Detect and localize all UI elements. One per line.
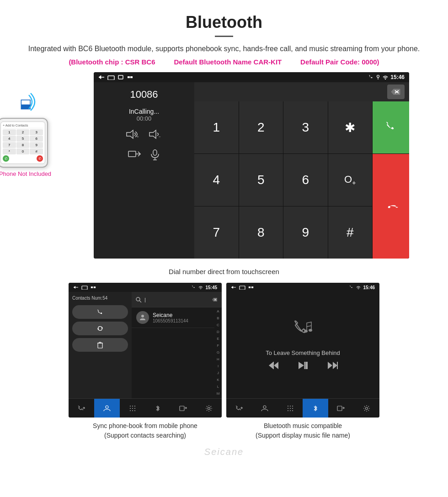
mu-ct-icon — [235, 405, 243, 412]
call-action-btn[interactable] — [72, 305, 128, 319]
dial-bottom-controls — [128, 149, 160, 163]
cn-settings-icon — [205, 405, 213, 412]
svg-point-88 — [290, 410, 291, 411]
key-4[interactable]: 4 — [194, 154, 239, 206]
main-screenshot-area: ⬓ + Add to Contacts 1 2 3 4 5 6 7 8 9 — [0, 72, 448, 259]
alpha-e[interactable]: E — [215, 337, 221, 341]
svg-line-44 — [139, 301, 141, 302]
vol-down-btn[interactable]: − — [149, 129, 162, 142]
key-7[interactable]: 7 — [194, 206, 239, 259]
backspace-icon — [391, 88, 401, 95]
key-1[interactable]: 1 — [194, 101, 239, 153]
cn-pl-icon — [179, 405, 187, 412]
cn-keypad[interactable] — [120, 398, 145, 418]
contacts-caption-line1: Sync phone-book from mobile phone — [93, 422, 197, 429]
mu-phone-link[interactable] — [328, 398, 354, 418]
alpha-j[interactable]: J — [215, 371, 221, 375]
mu-call-transfer[interactable] — [226, 398, 252, 418]
key-2[interactable]: 2 — [239, 101, 283, 153]
cn-keypad-icon — [129, 405, 136, 412]
backspace-button[interactable] — [387, 85, 405, 99]
backspace-search-icon[interactable] — [212, 297, 218, 302]
sp-key-4[interactable]: 4 — [3, 136, 16, 142]
play-next-icon — [298, 361, 309, 370]
alpha-f[interactable]: F — [215, 344, 221, 348]
list-item[interactable]: Seicane 10655059113144 — [132, 307, 214, 328]
cn-contacts[interactable] — [94, 398, 120, 418]
sp-key-5[interactable]: 5 — [16, 136, 30, 142]
mu-settings[interactable] — [354, 398, 379, 418]
sp-call-btn[interactable]: ✆ — [3, 155, 9, 162]
vol-up-btn[interactable]: + — [126, 129, 139, 142]
alpha-g[interactable]: G — [215, 350, 221, 355]
svg-marker-17 — [391, 89, 400, 95]
sp-key-7[interactable]: 7 — [3, 142, 16, 148]
key-0plus[interactable]: O+ — [328, 154, 373, 206]
key-3[interactable]: 3 — [283, 101, 328, 153]
alpha-b[interactable]: B — [215, 316, 221, 321]
svg-rect-13 — [128, 151, 136, 157]
svg-point-86 — [292, 408, 293, 409]
call-btn-icon — [96, 309, 104, 315]
next-track-btn[interactable] — [327, 361, 338, 373]
contacts-count: Contacts Num:54 — [72, 296, 128, 301]
music-art-area — [289, 317, 317, 345]
alpha-i[interactable]: I — [215, 364, 221, 369]
sp-key-0[interactable]: 0 — [16, 148, 30, 154]
alpha-m[interactable]: M — [215, 391, 221, 396]
play-pause-btn[interactable] — [298, 361, 309, 373]
sp-key-6[interactable]: 6 — [30, 136, 43, 142]
sp-key-1[interactable]: 1 — [3, 129, 16, 135]
sp-key-3[interactable]: 3 — [30, 129, 43, 135]
dial-right-panel: 1 2 3 ✱ 4 5 6 O+ — [194, 82, 409, 259]
sp-key-star[interactable]: * — [3, 148, 16, 154]
alpha-l[interactable]: L — [215, 385, 221, 389]
cn-contacts-icon — [103, 405, 111, 412]
key-5[interactable]: 5 — [239, 154, 283, 206]
key-9[interactable]: 9 — [283, 206, 328, 259]
main-dial-screen: 15:46 10086 InCalling... 00:00 — [94, 72, 409, 259]
svg-marker-73 — [274, 362, 278, 369]
contacts-right-panel: | Seicane — [132, 292, 222, 398]
cn-call-transfer[interactable] — [69, 398, 94, 418]
mu-keypad[interactable] — [277, 398, 303, 418]
contacts-caption-line2: (Support contacts searching) — [104, 432, 186, 439]
sync-action-btn[interactable] — [72, 322, 128, 335]
alpha-a[interactable]: A — [215, 309, 221, 314]
svg-point-66 — [358, 289, 359, 290]
mic-icon — [150, 149, 160, 160]
call-button[interactable] — [373, 101, 409, 153]
sp-key-2[interactable]: 2 — [16, 129, 30, 135]
alpha-h[interactable]: H — [215, 357, 221, 362]
delete-action-btn[interactable] — [72, 338, 128, 352]
key-hash[interactable]: # — [328, 206, 373, 259]
sp-key-hash[interactable]: # — [30, 148, 43, 154]
svg-point-49 — [106, 406, 108, 408]
cn-phone-link[interactable] — [171, 398, 196, 418]
phone-sm-music — [349, 285, 354, 290]
end-call-button[interactable] — [373, 154, 409, 259]
alpha-d[interactable]: D — [215, 330, 221, 334]
sp-end-btn[interactable]: ✆ — [37, 155, 43, 162]
svg-point-70 — [309, 329, 312, 332]
mu-contacts[interactable] — [252, 398, 277, 418]
cn-bluetooth[interactable] — [145, 398, 171, 418]
phone-icon-small — [368, 74, 374, 80]
mu-bluetooth[interactable] — [303, 398, 328, 418]
sp-key-9[interactable]: 9 — [30, 142, 43, 148]
mic-btn[interactable] — [150, 149, 160, 163]
svg-point-81 — [288, 406, 288, 407]
cn-settings[interactable] — [196, 398, 222, 418]
sp-key-8[interactable]: 8 — [16, 142, 30, 148]
svg-point-56 — [130, 410, 131, 411]
svg-text:−: − — [159, 135, 161, 139]
svg-point-58 — [134, 410, 135, 411]
key-6[interactable]: 6 — [283, 154, 328, 206]
key-8[interactable]: 8 — [239, 206, 283, 259]
transfer-btn[interactable] — [128, 150, 141, 162]
alpha-k[interactable]: K — [215, 378, 221, 382]
alpha-c[interactable]: C — [215, 323, 221, 328]
key-star[interactable]: ✱ — [328, 101, 373, 153]
prev-track-btn[interactable] — [268, 361, 279, 373]
contacts-status-left — [73, 285, 96, 290]
